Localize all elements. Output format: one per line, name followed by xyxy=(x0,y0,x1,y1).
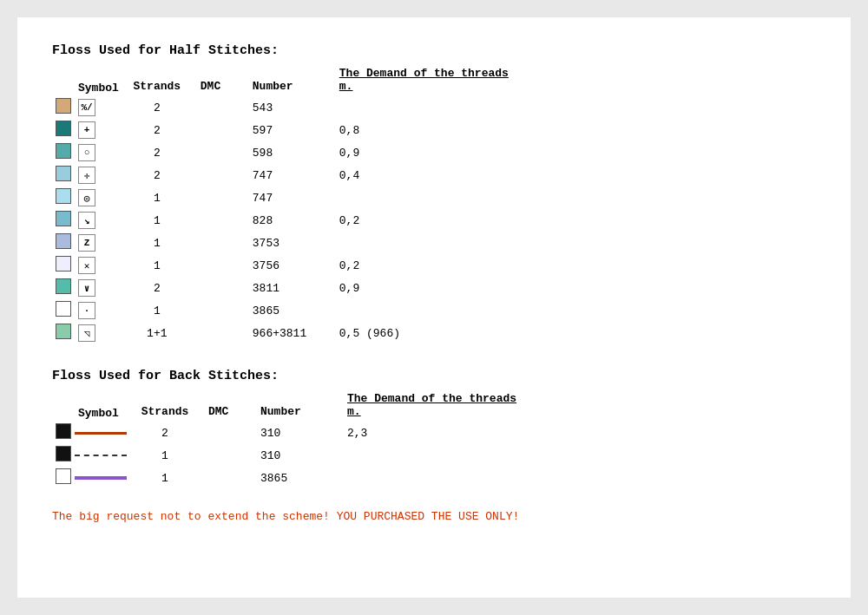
demand-cell xyxy=(331,232,522,254)
dmc-cell xyxy=(192,186,244,209)
half-stitch-row: ◎1747 xyxy=(52,186,522,209)
demand-cell: 0,2 xyxy=(331,209,522,232)
half-stitches-title: Floss Used for Half Stitches: xyxy=(52,43,816,58)
color-swatch-cell xyxy=(52,322,75,344)
strands-cell: 1+1 xyxy=(122,322,192,344)
color-swatch-cell xyxy=(52,299,75,322)
number-cell: 543 xyxy=(244,96,331,119)
th-bs-symbol: Symbol xyxy=(75,390,130,422)
number-cell: 3756 xyxy=(244,254,331,277)
th-color-swatch xyxy=(52,65,75,96)
solid-line-icon xyxy=(75,432,127,435)
demand-cell: 0,8 xyxy=(331,119,522,141)
dmc-cell xyxy=(192,209,244,232)
symbol-cell: ◹ xyxy=(75,322,122,344)
strands-cell: 1 xyxy=(122,254,192,277)
back-stitch-row: 1310 xyxy=(52,444,529,467)
half-stitch-row: +25970,8 xyxy=(52,119,522,141)
dmc-cell xyxy=(192,277,244,299)
demand-cell: 0,9 xyxy=(331,277,522,299)
bs-number-cell: 310 xyxy=(252,444,339,467)
th-number: Number xyxy=(244,65,331,96)
half-stitch-row: %/2543 xyxy=(52,96,522,119)
color-swatch-cell xyxy=(52,96,75,119)
strands-cell: 1 xyxy=(122,209,192,232)
demand-cell: 0,2 xyxy=(331,254,522,277)
color-swatch-cell xyxy=(52,209,75,232)
bs-symbol-cell xyxy=(75,444,130,467)
demand-cell xyxy=(331,96,522,119)
bs-symbol-cell xyxy=(75,422,130,444)
back-stitch-row: 23102,3 xyxy=(52,422,529,444)
th-demand: The Demand of the threads m. xyxy=(331,65,522,96)
half-stitch-row: ·13865 xyxy=(52,299,522,322)
notice-text: The big request not to extend the scheme… xyxy=(52,508,816,526)
half-stitch-row: ↘18280,2 xyxy=(52,209,522,232)
strands-cell: 2 xyxy=(122,277,192,299)
purple-line-icon xyxy=(75,476,127,480)
demand-cell: 0,4 xyxy=(331,164,522,186)
number-cell: 3753 xyxy=(244,232,331,254)
bs-demand-cell: 2,3 xyxy=(339,422,529,444)
symbol-cell: · xyxy=(75,299,122,322)
strands-cell: 2 xyxy=(122,164,192,186)
th-bs-number: Number xyxy=(252,390,339,422)
dmc-cell xyxy=(192,322,244,344)
dmc-cell xyxy=(192,254,244,277)
symbol-cell: %/ xyxy=(75,96,122,119)
bs-symbol-cell xyxy=(75,467,130,489)
half-stitch-row: ∨238110,9 xyxy=(52,277,522,299)
number-cell: 828 xyxy=(244,209,331,232)
half-stitch-row: Z13753 xyxy=(52,232,522,254)
color-swatch-cell xyxy=(52,277,75,299)
th-strands: Strands xyxy=(122,65,192,96)
bs-color-swatch-cell xyxy=(52,422,75,444)
strands-cell: 2 xyxy=(122,119,192,141)
bs-demand-cell xyxy=(339,444,529,467)
symbol-cell: ✕ xyxy=(75,254,122,277)
th-symbol: Symbol xyxy=(75,65,122,96)
number-cell: 597 xyxy=(244,119,331,141)
th-dmc: DMC xyxy=(192,65,244,96)
bs-dmc-cell xyxy=(200,444,252,467)
dmc-cell xyxy=(192,232,244,254)
half-stitches-section: Floss Used for Half Stitches: Symbol Str… xyxy=(52,43,816,344)
color-swatch-cell xyxy=(52,186,75,209)
th-bs-demand: The Demand of the threads m. xyxy=(339,390,529,422)
symbol-cell: ◎ xyxy=(75,186,122,209)
half-stitch-row: ○25980,9 xyxy=(52,141,522,164)
dmc-cell xyxy=(192,164,244,186)
symbol-cell: ○ xyxy=(75,141,122,164)
symbol-cell: ✛ xyxy=(75,164,122,186)
color-swatch-cell xyxy=(52,164,75,186)
half-stitches-table: Symbol Strands DMC Number The Demand of … xyxy=(52,65,522,344)
demand-cell: 0,9 xyxy=(331,141,522,164)
strands-cell: 1 xyxy=(122,299,192,322)
number-cell: 966+3811 xyxy=(244,322,331,344)
bs-strands-cell: 1 xyxy=(130,444,200,467)
dashed-line-icon xyxy=(75,455,127,456)
symbol-cell: Z xyxy=(75,232,122,254)
th-bs-strands: Strands xyxy=(130,390,200,422)
demand-cell xyxy=(331,186,522,209)
back-stitches-table: Symbol Strands DMC Number The Demand of … xyxy=(52,390,529,489)
color-swatch-cell xyxy=(52,119,75,141)
half-stitch-row: ✕137560,2 xyxy=(52,254,522,277)
dmc-cell xyxy=(192,299,244,322)
bs-color-swatch-cell xyxy=(52,467,75,489)
strands-cell: 1 xyxy=(122,232,192,254)
back-stitches-title: Floss Used for Back Stitches: xyxy=(52,369,816,383)
number-cell: 747 xyxy=(244,186,331,209)
half-stitch-row: ◹1+1966+38110,5 (966) xyxy=(52,322,522,344)
number-cell: 3811 xyxy=(244,277,331,299)
strands-cell: 2 xyxy=(122,141,192,164)
number-cell: 598 xyxy=(244,141,331,164)
page: Floss Used for Half Stitches: Symbol Str… xyxy=(17,17,851,598)
back-stitches-section: Floss Used for Back Stitches: Symbol Str… xyxy=(52,369,816,489)
color-swatch-cell xyxy=(52,141,75,164)
th-bs-color xyxy=(52,390,75,422)
dmc-cell xyxy=(192,96,244,119)
demand-cell: 0,5 (966) xyxy=(331,322,522,344)
bs-number-cell: 3865 xyxy=(252,467,339,489)
bs-dmc-cell xyxy=(200,467,252,489)
